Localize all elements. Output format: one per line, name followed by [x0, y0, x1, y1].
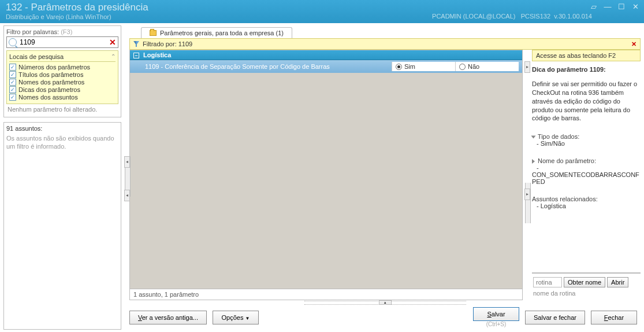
search-icon	[9, 38, 17, 46]
collapse-icon[interactable]: −	[133, 53, 139, 58]
group-header[interactable]: − Logística	[130, 50, 522, 60]
folder-icon	[150, 30, 157, 36]
save-shortcut: (Ctrl+S)	[486, 321, 507, 327]
grid-empty-area	[130, 73, 522, 289]
restore-icon[interactable]: ▱	[589, 1, 599, 12]
check-names[interactable]: ✓Nomes dos parâmetros	[9, 79, 116, 86]
horizontal-splitter[interactable]: ▴	[129, 300, 641, 305]
close-icon[interactable]: ✕	[630, 1, 641, 12]
funnel-icon	[133, 41, 139, 47]
chevron-right-icon[interactable]	[532, 159, 535, 164]
get-name-button[interactable]: Obter nome	[564, 277, 605, 287]
main-panel: Parâmetros gerais, para toda a empresa (…	[129, 23, 644, 332]
tab-strip: Parâmetros gerais, para toda a empresa (…	[129, 24, 641, 38]
routine-box: Obter nome Abrir nome da rotina	[532, 272, 641, 300]
user-label: PCADMIN (LOCAL@LOCAL)	[432, 13, 515, 20]
radio-no[interactable]: Não	[455, 62, 519, 71]
module-label: PCSIS132	[521, 13, 550, 20]
search-locations-box: Locais de pesquisa ⌃ ✓Números dos parâme…	[6, 50, 118, 104]
parameter-label: 1109 - Conferência de Separação Somente …	[145, 63, 392, 70]
close-button[interactable]: Fechar	[591, 311, 637, 324]
info-panel: Acesse as abas teclando F2 Dica do parâm…	[532, 50, 641, 300]
window-title: 132 - Parâmetros da presidência	[6, 2, 638, 13]
subjects-box: 91 assuntos: Os assuntos não são exibido…	[3, 122, 121, 330]
caret-down-icon: ▼	[245, 316, 250, 321]
window-buttons: ▱ — ☐ ✕	[589, 1, 641, 12]
checkbox-icon[interactable]: ✓	[9, 86, 16, 93]
parameter-row[interactable]: 1109 - Conferência de Separação Somente …	[130, 60, 522, 73]
splitter-handle-icon[interactable]: ▸	[524, 189, 530, 200]
search-locations-header[interactable]: Locais de pesquisa ⌃	[9, 53, 116, 62]
filter-bar: Filtrado por: 1109 ✕	[129, 38, 641, 50]
button-bar: Ver a versão antiga... Opções▼ Salvar (C…	[129, 305, 641, 330]
vertical-splitter-right[interactable]: ▸ ▸	[525, 50, 530, 300]
check-numbers[interactable]: ✓Números dos parâmetros	[9, 64, 116, 71]
maximize-icon[interactable]: ☐	[616, 1, 627, 12]
left-panel: Filtro por palavras: (F3) ✕ Locais de pe…	[0, 23, 125, 332]
routine-input[interactable]	[533, 277, 562, 287]
radio-icon[interactable]	[459, 64, 466, 70]
splitter-handle-icon[interactable]: ◂	[124, 156, 130, 168]
checkbox-icon[interactable]: ✓	[9, 64, 16, 71]
chevron-up-icon[interactable]: ⌃	[111, 53, 116, 60]
checkbox-icon[interactable]: ✓	[9, 79, 16, 86]
datatype-section: Tipo de dados: - Sim/Não	[532, 133, 641, 147]
tip-title: Dica do parâmetro 1109:	[532, 66, 641, 73]
search-input[interactable]	[6, 36, 118, 48]
subjects-header: 91 assuntos:	[6, 125, 118, 132]
paramname-section: Nome do parâmetro: - CON_SOMENTECODBARRA…	[532, 157, 641, 185]
access-hint: Acesse as abas teclando F2	[532, 50, 641, 61]
clear-filter-icon[interactable]: ✕	[631, 40, 636, 48]
chevron-down-icon[interactable]	[531, 136, 536, 139]
parameter-grid: − Logística 1109 - Conferência de Separa…	[129, 50, 523, 300]
check-hints[interactable]: ✓Dicas dos parâmetros	[9, 86, 116, 93]
check-subjects[interactable]: ✓Nomes dos assuntos	[9, 94, 116, 101]
radio-yes[interactable]: Sim	[392, 62, 455, 71]
check-titles[interactable]: ✓Títulos dos parâmetros	[9, 71, 116, 78]
old-version-button[interactable]: Ver a versão antiga...	[129, 311, 207, 324]
routine-name-label: nome da rotina	[533, 290, 639, 297]
radio-icon[interactable]	[396, 64, 402, 70]
save-close-button[interactable]: Salvar e fechar	[525, 311, 585, 324]
checkbox-icon[interactable]: ✓	[9, 94, 16, 101]
splitter-handle-icon[interactable]: ◂	[124, 190, 130, 201]
tab-general-params[interactable]: Parâmetros gerais, para toda a empresa (…	[141, 27, 292, 38]
version-label: v.30.1.00.014	[554, 13, 592, 20]
filter-box: Filtro por palavras: (F3) ✕ Locais de pe…	[3, 25, 121, 117]
window-meta: PCADMIN (LOCAL@LOCAL) PCSIS132 v.30.1.00…	[432, 13, 592, 20]
open-button[interactable]: Abrir	[607, 277, 628, 287]
filter-text: Filtrado por: 1109	[143, 40, 192, 47]
titlebar: 132 - Parâmetros da presidência Distribu…	[0, 0, 644, 23]
minimize-icon[interactable]: —	[602, 1, 613, 12]
save-button[interactable]: Salvar	[473, 307, 519, 321]
subjects-message: Os assuntos não são exibidos quando um f…	[6, 134, 118, 151]
tip-body: Definir se vai ser permitido ou fazer o …	[532, 80, 641, 123]
grid-footer: 1 assunto, 1 parâmetro	[130, 289, 522, 300]
vertical-splitter[interactable]: ◂ ◂	[125, 23, 129, 332]
splitter-handle-icon[interactable]: ▸	[524, 61, 530, 73]
checkbox-icon[interactable]: ✓	[9, 71, 16, 78]
filter-label: Filtro por palavras: (F3)	[6, 28, 118, 35]
related-section: Assuntos relacionados: - Logística	[532, 195, 641, 209]
change-status: Nenhum parâmetro foi alterado.	[6, 104, 118, 115]
options-button[interactable]: Opções▼	[213, 311, 259, 324]
clear-search-icon[interactable]: ✕	[109, 38, 116, 47]
splitter-handle-icon[interactable]: ▴	[379, 300, 392, 305]
